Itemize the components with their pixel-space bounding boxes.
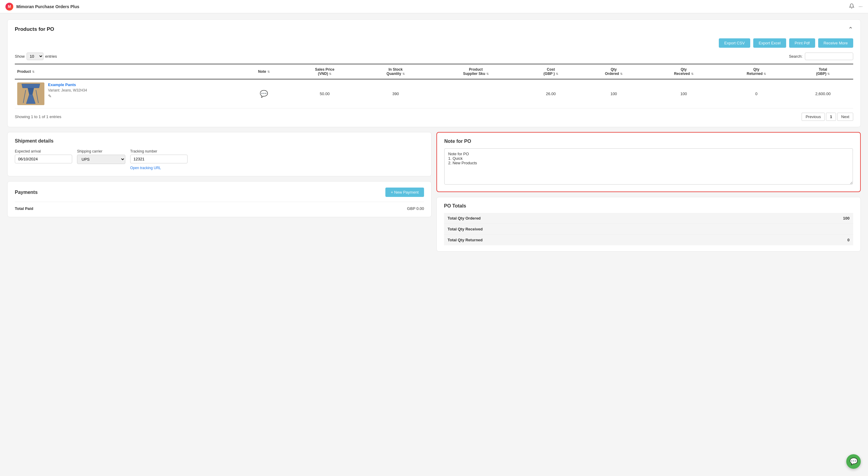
totals-label-qty-received: Total Qty Received	[447, 227, 483, 231]
shipping-carrier-select[interactable]: UPS FedEx DHL USPS	[77, 155, 125, 164]
product-cell-inner: Example Pants Variant: Jeans, W32H34 ✎	[17, 83, 237, 105]
app-logo: M	[5, 3, 13, 10]
totals-value-qty-ordered: 100	[843, 216, 849, 220]
expected-arrival-input[interactable]	[15, 155, 72, 163]
sort-icon-total: ⇅	[827, 72, 830, 75]
show-label: Show	[15, 54, 25, 59]
col-qty-received: QtyReceived ⇅	[647, 64, 720, 79]
tracking-number-field: Tracking number Open tracking URL	[130, 149, 188, 170]
table-row: Example Pants Variant: Jeans, W32H34 ✎ 💬…	[15, 79, 853, 108]
previous-button[interactable]: Previous	[802, 113, 825, 121]
sort-icon-qty-received: ⇅	[691, 72, 693, 75]
totals-label-qty-ordered: Total Qty Ordered	[447, 216, 481, 220]
sort-icon-note: ⇅	[267, 70, 270, 73]
col-in-stock-qty: In StockQuantity ⇅	[361, 64, 430, 79]
entries-select[interactable]: 10 25 50 100	[27, 53, 43, 60]
tracking-number-input[interactable]	[130, 155, 188, 163]
totals-row-qty-received: Total Qty Received	[444, 224, 853, 235]
in-stock-qty-cell: 390	[361, 79, 430, 108]
products-for-po-card: Products for PO ⌃ Export CSV Export Exce…	[7, 19, 861, 127]
products-toolbar: Export CSV Export Excel Print Pdf Receiv…	[15, 38, 853, 48]
shipment-details-card: Shipment details Expected arrival Shippi…	[7, 132, 432, 177]
note-for-po-card: Note for PO Note for PO 1. Quick 2. New …	[436, 132, 861, 192]
product-variant: Variant: Jeans, W32H34	[48, 88, 87, 92]
sort-icon-in-stock: ⇅	[402, 72, 405, 75]
two-col-layout: Shipment details Expected arrival Shippi…	[7, 132, 861, 252]
show-entries-left: Show 10 25 50 100 entries	[15, 53, 57, 60]
right-col: Note for PO Note for PO 1. Quick 2. New …	[436, 132, 861, 252]
qty-returned-cell: 0	[720, 79, 793, 108]
totals-value-qty-returned: 0	[847, 238, 849, 242]
qty-received-cell: 100	[647, 79, 720, 108]
showing-text: Showing 1 to 1 of 1 entries	[15, 115, 61, 119]
left-col: Shipment details Expected arrival Shippi…	[7, 132, 432, 252]
chat-note-icon[interactable]: 💬	[260, 90, 268, 98]
new-payment-button[interactable]: + New Payment	[385, 188, 424, 197]
product-image	[17, 83, 44, 105]
table-header: Product ⇅ Note ⇅ Sales Price(VND) ⇅ In S…	[15, 64, 853, 79]
export-excel-button[interactable]: Export Excel	[753, 38, 786, 48]
export-csv-button[interactable]: Export CSV	[719, 38, 750, 48]
col-note: Note ⇅	[239, 64, 288, 79]
qty-ordered-cell: 100	[580, 79, 648, 108]
page-1-button[interactable]: 1	[826, 113, 836, 121]
topbar-right: ···	[849, 3, 863, 10]
expected-arrival-label: Expected arrival	[15, 149, 72, 153]
section-header: Products for PO ⌃	[15, 26, 853, 33]
col-supplier-sku: ProductSupplier Sku ⇅	[430, 64, 522, 79]
more-icon[interactable]: ···	[859, 4, 863, 9]
payments-title: Payments	[15, 190, 38, 195]
entries-label: entries	[45, 54, 57, 59]
edit-icon[interactable]: ✎	[48, 94, 87, 98]
totals-row-qty-ordered: Total Qty Ordered 100	[444, 213, 853, 224]
total-paid-label: Total Paid	[15, 206, 33, 211]
search-label: Search:	[789, 54, 803, 59]
product-name[interactable]: Example Pants	[48, 83, 87, 87]
search-input[interactable]	[805, 53, 853, 60]
sort-icon-sku: ⇅	[486, 72, 489, 75]
sort-icon-sales-price: ⇅	[329, 72, 331, 75]
tracking-number-label: Tracking number	[130, 149, 188, 153]
collapse-icon[interactable]: ⌃	[848, 26, 853, 33]
receive-more-button[interactable]: Receive More	[818, 38, 853, 48]
pagination-row: Showing 1 to 1 of 1 entries Previous 1 N…	[15, 113, 853, 121]
note-textarea[interactable]: Note for PO 1. Quick 2. New Products	[444, 148, 853, 185]
supplier-sku-cell	[430, 79, 522, 108]
payments-card: Payments + New Payment Total Paid GBP 0.…	[7, 181, 432, 217]
product-cell: Example Pants Variant: Jeans, W32H34 ✎	[15, 79, 239, 108]
col-product: Product ⇅	[15, 64, 239, 79]
payments-header: Payments + New Payment	[15, 188, 424, 197]
show-entries-right: Search:	[789, 53, 853, 60]
sales-price-cell: 50.00	[288, 79, 361, 108]
sort-icon-qty-ordered: ⇅	[620, 72, 622, 75]
po-totals-title: PO Totals	[444, 203, 853, 209]
shipping-carrier-field: Shipping carrier UPS FedEx DHL USPS	[77, 149, 125, 164]
sort-icon-product: ⇅	[32, 70, 34, 73]
note-title: Note for PO	[444, 139, 853, 144]
topbar: M Mimoran Purchase Orders Plus ···	[0, 0, 868, 13]
col-qty-ordered: QtyOrdered ⇅	[580, 64, 648, 79]
shipment-fields: Expected arrival Shipping carrier UPS Fe…	[15, 149, 424, 170]
main-content: Products for PO ⌃ Export CSV Export Exce…	[0, 13, 868, 258]
total-cell: 2,600.00	[793, 79, 853, 108]
open-tracking-url-link[interactable]: Open tracking URL	[130, 166, 188, 170]
totals-label-qty-returned: Total Qty Returned	[447, 238, 483, 242]
products-table: Product ⇅ Note ⇅ Sales Price(VND) ⇅ In S…	[15, 64, 853, 108]
shipping-carrier-label: Shipping carrier	[77, 149, 125, 153]
col-cost: Cost(GBP ) ⇅	[522, 64, 580, 79]
pagination: Previous 1 Next	[802, 113, 853, 121]
totals-row-qty-returned: Total Qty Returned 0	[444, 235, 853, 245]
notification-icon[interactable]	[849, 3, 855, 10]
expected-arrival-field: Expected arrival	[15, 149, 72, 163]
table-body: Example Pants Variant: Jeans, W32H34 ✎ 💬…	[15, 79, 853, 108]
total-paid-row: Total Paid GBP 0.00	[15, 206, 424, 211]
topbar-left: M Mimoran Purchase Orders Plus	[5, 3, 80, 10]
note-cell: 💬	[239, 79, 288, 108]
next-button[interactable]: Next	[837, 113, 853, 121]
payments-divider	[15, 202, 424, 202]
print-pdf-button[interactable]: Print Pdf	[789, 38, 815, 48]
app-title: Mimoran Purchase Orders Plus	[16, 4, 80, 9]
show-entries-row: Show 10 25 50 100 entries Search:	[15, 53, 853, 60]
col-sales-price: Sales Price(VND) ⇅	[288, 64, 361, 79]
product-info: Example Pants Variant: Jeans, W32H34 ✎	[48, 83, 87, 98]
